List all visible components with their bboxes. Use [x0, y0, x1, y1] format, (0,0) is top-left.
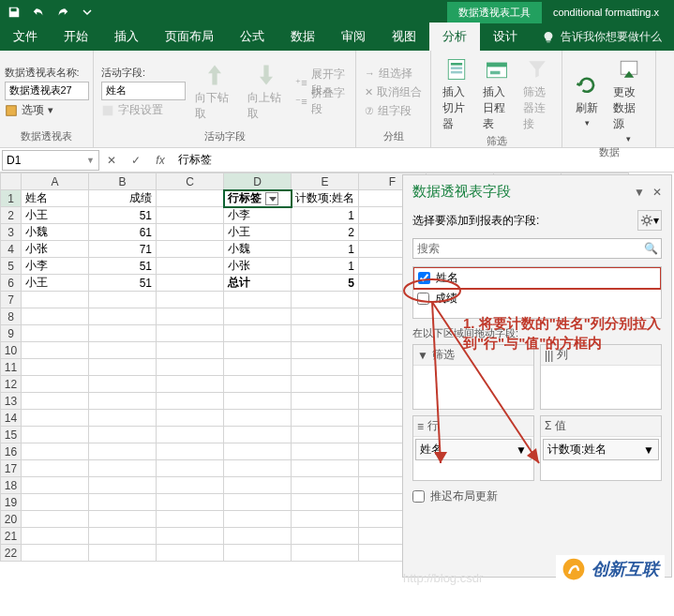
- tab-file[interactable]: 文件: [0, 23, 51, 51]
- row-header-19[interactable]: 19: [1, 494, 22, 511]
- cell-E11[interactable]: [292, 359, 359, 376]
- cell-E21[interactable]: [292, 528, 359, 545]
- cell-E9[interactable]: [292, 325, 359, 342]
- tell-me[interactable]: 告诉我你想要做什么: [531, 23, 673, 51]
- name-box[interactable]: D1▼: [2, 150, 99, 171]
- timeline-button[interactable]: 插入日程表: [479, 54, 514, 134]
- row-header-18[interactable]: 18: [1, 477, 22, 494]
- cell-C8[interactable]: [157, 308, 224, 325]
- row-header-1[interactable]: 1: [1, 190, 22, 207]
- cell-C6[interactable]: [157, 275, 224, 292]
- row-header-22[interactable]: 22: [1, 545, 22, 562]
- cell-B18[interactable]: [89, 477, 157, 494]
- formula-input[interactable]: 行标签: [172, 150, 674, 171]
- cell-A1[interactable]: 姓名: [22, 190, 89, 207]
- cell-A13[interactable]: [22, 393, 89, 410]
- tab-formula[interactable]: 公式: [227, 23, 277, 51]
- defer-checkbox[interactable]: [412, 490, 425, 503]
- cell-C19[interactable]: [157, 494, 224, 511]
- search-icon[interactable]: 🔍: [640, 242, 661, 255]
- cell-B2[interactable]: 51: [89, 207, 157, 224]
- row-header-13[interactable]: 13: [1, 393, 22, 410]
- cell-E3[interactable]: 2: [292, 224, 359, 241]
- filter-dropdown-icon[interactable]: [265, 192, 278, 205]
- active-field-input[interactable]: [101, 82, 186, 100]
- save-icon[interactable]: [4, 2, 24, 23]
- cell-C21[interactable]: [157, 528, 224, 545]
- field-search-input[interactable]: [413, 242, 640, 255]
- row-header-2[interactable]: 2: [1, 207, 22, 224]
- field-check-name[interactable]: [418, 272, 430, 284]
- cell-B5[interactable]: 51: [89, 258, 157, 275]
- cell-A14[interactable]: [22, 410, 89, 427]
- cell-E10[interactable]: [292, 342, 359, 359]
- redo-icon[interactable]: [52, 2, 73, 23]
- cell-E1[interactable]: 计数项:姓名: [292, 190, 359, 207]
- cell-A3[interactable]: 小魏: [22, 224, 89, 241]
- row-header-16[interactable]: 16: [1, 443, 22, 460]
- cell-A19[interactable]: [22, 494, 89, 511]
- cell-E17[interactable]: [292, 460, 359, 477]
- cell-C18[interactable]: [157, 477, 224, 494]
- cell-C7[interactable]: [157, 292, 224, 308]
- cell-E14[interactable]: [292, 410, 359, 427]
- row-header-15[interactable]: 15: [1, 427, 22, 443]
- area-values[interactable]: Σ 值计数项:姓名▼: [540, 415, 662, 481]
- cell-B11[interactable]: [89, 359, 157, 376]
- cell-C22[interactable]: [157, 545, 224, 562]
- cell-D21[interactable]: [224, 528, 292, 545]
- area-filter[interactable]: ▼筛选: [412, 344, 534, 410]
- tab-review[interactable]: 审阅: [328, 23, 379, 51]
- cell-A11[interactable]: [22, 359, 89, 376]
- cell-C9[interactable]: [157, 325, 224, 342]
- cell-D5[interactable]: 小张: [224, 258, 292, 275]
- col-header-B[interactable]: B: [89, 173, 157, 190]
- cell-D18[interactable]: [224, 477, 292, 494]
- row-header-17[interactable]: 17: [1, 460, 22, 477]
- enter-btn[interactable]: ✓: [124, 150, 148, 171]
- row-header-4[interactable]: 4: [1, 241, 22, 258]
- cell-C4[interactable]: [157, 241, 224, 258]
- cell-E16[interactable]: [292, 443, 359, 460]
- cell-E7[interactable]: [292, 292, 359, 308]
- cell-D7[interactable]: [224, 292, 292, 308]
- cell-A9[interactable]: [22, 325, 89, 342]
- cell-C15[interactable]: [157, 427, 224, 443]
- row-header-11[interactable]: 11: [1, 359, 22, 376]
- row-header-12[interactable]: 12: [1, 376, 22, 393]
- cell-A20[interactable]: [22, 511, 89, 528]
- field-item-score[interactable]: 成绩: [413, 289, 661, 308]
- row-header-8[interactable]: 8: [1, 308, 22, 325]
- cell-E5[interactable]: 1: [292, 258, 359, 275]
- pane-close-icon[interactable]: ✕: [652, 186, 662, 199]
- cell-B6[interactable]: 51: [89, 275, 157, 292]
- cell-E20[interactable]: [292, 511, 359, 528]
- cell-A7[interactable]: [22, 292, 89, 308]
- cell-B16[interactable]: [89, 443, 157, 460]
- cell-D1[interactable]: 行标签: [224, 190, 292, 207]
- cell-B14[interactable]: [89, 410, 157, 427]
- cell-E13[interactable]: [292, 393, 359, 410]
- value-chip[interactable]: 计数项:姓名▼: [543, 439, 659, 460]
- slicer-button[interactable]: 插入切片器: [439, 54, 473, 134]
- cell-D10[interactable]: [224, 342, 292, 359]
- cell-B4[interactable]: 71: [89, 241, 157, 258]
- cell-A10[interactable]: [22, 342, 89, 359]
- cell-C20[interactable]: [157, 511, 224, 528]
- cell-B7[interactable]: [89, 292, 157, 308]
- cell-A8[interactable]: [22, 308, 89, 325]
- cell-E6[interactable]: 5: [292, 275, 359, 292]
- row-header-21[interactable]: 21: [1, 528, 22, 545]
- cell-B8[interactable]: [89, 308, 157, 325]
- tab-insert[interactable]: 插入: [101, 23, 152, 51]
- cell-C16[interactable]: [157, 443, 224, 460]
- cell-D6[interactable]: 总计: [224, 275, 292, 292]
- cell-B20[interactable]: [89, 511, 157, 528]
- row-header-7[interactable]: 7: [1, 292, 22, 308]
- cell-A18[interactable]: [22, 477, 89, 494]
- defer-update[interactable]: 推迟布局更新: [412, 488, 662, 504]
- tab-home[interactable]: 开始: [51, 23, 101, 51]
- fx-button[interactable]: fx: [148, 150, 172, 171]
- cancel-btn[interactable]: ✕: [99, 150, 124, 171]
- change-source-button[interactable]: 更改数据源▾: [609, 54, 648, 145]
